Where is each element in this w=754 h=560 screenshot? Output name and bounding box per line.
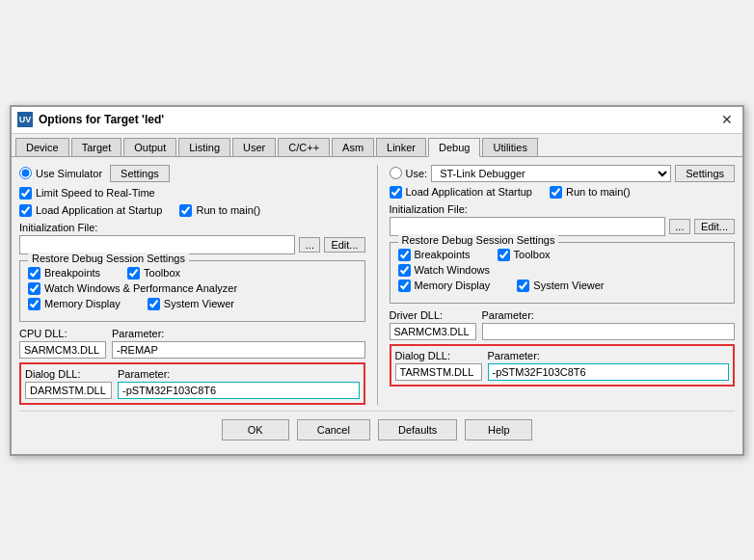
tab-debug[interactable]: Debug [428, 138, 480, 157]
right-toolbox-label[interactable]: Toolbox [498, 249, 551, 261]
right-ellipsis-button[interactable]: ... [669, 219, 690, 234]
left-memory-system-row: Memory Display System Viewer [28, 298, 357, 310]
left-watch-label[interactable]: Watch Windows & Performance Analyzer [28, 282, 237, 295]
right-dialog-section: Dialog DLL: Parameter: [390, 344, 736, 387]
tab-target[interactable]: Target [71, 138, 122, 156]
use-simulator-row: Use Simulator Settings [19, 165, 365, 182]
left-watch-checkbox[interactable] [28, 282, 40, 295]
help-button[interactable]: Help [465, 419, 532, 440]
left-toolbox-checkbox[interactable] [127, 267, 140, 280]
left-run-main-label[interactable]: Run to main() [179, 204, 260, 217]
right-system-label[interactable]: System Viewer [517, 280, 604, 292]
use-simulator-text: Use Simulator [36, 168, 102, 179]
right-driver-dll-row: Driver DLL: Parameter: [390, 309, 736, 340]
right-driver-param-input[interactable] [482, 323, 736, 340]
main-window: UV Options for Target 'led' ✕ Device Tar… [10, 105, 744, 456]
tab-user[interactable]: User [232, 138, 276, 156]
right-load-app-checkbox[interactable] [390, 186, 402, 199]
left-memory-label[interactable]: Memory Display [28, 298, 121, 310]
left-cpu-dll-input[interactable] [19, 341, 106, 359]
left-dialog-dll-input[interactable] [25, 382, 112, 399]
right-watch-row: Watch Windows [398, 264, 727, 277]
cancel-button[interactable]: Cancel [297, 419, 370, 440]
right-system-checkbox[interactable] [517, 280, 529, 292]
right-breakpoints-label[interactable]: Breakpoints [398, 249, 471, 261]
close-button[interactable]: ✕ [717, 110, 737, 129]
left-dialog-dll-label: Dialog DLL: [25, 368, 112, 380]
right-dialog-dll-input[interactable] [395, 363, 482, 381]
right-driver-dll-field: Driver DLL: [390, 309, 476, 340]
tab-cpp[interactable]: C/C++ [278, 138, 330, 156]
right-toolbox-checkbox[interactable] [498, 249, 510, 261]
right-use-row: Use: ST-Link Debugger Settings [390, 165, 736, 182]
use-simulator-label[interactable]: Use Simulator [19, 167, 102, 179]
left-toolbox-label[interactable]: Toolbox [127, 267, 180, 280]
ok-button[interactable]: OK [222, 419, 289, 440]
right-load-run-row: Load Application at Startup Run to main(… [390, 186, 736, 199]
right-use-radio-label[interactable]: Use: [390, 167, 428, 179]
left-cpu-param-label: Parameter: [112, 328, 365, 339]
right-dialog-param-input[interactable] [488, 363, 730, 381]
tab-asm[interactable]: Asm [332, 138, 374, 156]
tab-device[interactable]: Device [15, 138, 69, 156]
left-memory-display-text: Memory Display [44, 298, 121, 309]
left-dialog-param-field: Parameter: [118, 368, 360, 399]
column-divider [377, 165, 378, 405]
right-dialog-dll-label: Dialog DLL: [395, 350, 482, 361]
right-driver-param-field: Parameter: [482, 309, 736, 340]
left-breakpoints-checkbox[interactable] [28, 267, 40, 280]
right-watch-checkbox[interactable] [398, 264, 411, 277]
left-cpu-dll-label: CPU DLL: [19, 328, 106, 339]
defaults-button[interactable]: Defaults [378, 419, 457, 440]
right-edit-button[interactable]: Edit... [694, 219, 735, 234]
left-dialog-dll-row: Dialog DLL: Parameter: [25, 368, 360, 399]
right-memory-label[interactable]: Memory Display [398, 280, 491, 292]
left-init-file-input[interactable] [19, 235, 295, 254]
right-use-dropdown[interactable]: ST-Link Debugger [431, 165, 671, 182]
right-memory-system-row: Memory Display System Viewer [398, 280, 727, 292]
right-dialog-param-field: Parameter: [488, 350, 730, 381]
right-breakpoints-checkbox[interactable] [398, 249, 411, 261]
right-driver-dll-input[interactable] [390, 323, 476, 340]
left-load-app-label[interactable]: Load Application at Startup [19, 204, 162, 217]
left-settings-button[interactable]: Settings [110, 165, 170, 182]
tab-linker[interactable]: Linker [376, 138, 426, 156]
left-memory-checkbox[interactable] [28, 298, 40, 310]
use-simulator-radio[interactable] [19, 167, 32, 179]
right-use-radio[interactable] [390, 167, 402, 179]
left-cpu-dll-field: CPU DLL: [19, 328, 106, 359]
left-restore-group: Restore Debug Session Settings Breakpoin… [19, 260, 365, 322]
right-dialog-param-label: Parameter: [488, 350, 730, 361]
right-toolbox-text: Toolbox [514, 249, 551, 260]
limit-speed-row: Limit Speed to Real-Time [19, 187, 365, 200]
left-ellipsis-button[interactable]: ... [299, 237, 320, 253]
left-init-file-label: Initialization File: [19, 222, 365, 233]
left-dialog-param-label: Parameter: [118, 368, 360, 380]
left-system-viewer-text: System Viewer [164, 298, 234, 309]
left-system-checkbox[interactable] [148, 298, 160, 310]
left-load-app-checkbox[interactable] [19, 204, 32, 217]
right-run-main-label[interactable]: Run to main() [550, 186, 631, 199]
right-settings-button[interactable]: Settings [675, 165, 735, 182]
limit-speed-checkbox[interactable] [19, 187, 32, 200]
left-breakpoints-label[interactable]: Breakpoints [28, 267, 100, 280]
right-run-main-checkbox[interactable] [550, 186, 562, 199]
left-dialog-param-input[interactable] [118, 382, 360, 399]
left-toolbox-text: Toolbox [144, 267, 180, 279]
right-watch-label[interactable]: Watch Windows [398, 264, 490, 277]
tab-utilities[interactable]: Utilities [482, 138, 537, 156]
right-memory-checkbox[interactable] [398, 280, 411, 292]
right-init-file-input[interactable] [390, 217, 665, 236]
left-watch-text: Watch Windows & Performance Analyzer [44, 282, 237, 294]
left-system-label[interactable]: System Viewer [148, 298, 234, 310]
limit-speed-label[interactable]: Limit Speed to Real-Time [19, 187, 155, 200]
tab-output[interactable]: Output [123, 138, 176, 156]
right-driver-dll-label: Driver DLL: [390, 309, 476, 321]
left-run-main-checkbox[interactable] [179, 204, 192, 217]
tab-listing[interactable]: Listing [178, 138, 230, 156]
left-cpu-param-input[interactable] [112, 341, 365, 359]
right-load-app-label[interactable]: Load Application at Startup [390, 186, 532, 199]
title-bar-left: UV Options for Target 'led' [17, 112, 164, 127]
right-breakpoints-toolbox-row: Breakpoints Toolbox [398, 249, 727, 261]
left-edit-button[interactable]: Edit... [324, 237, 364, 253]
